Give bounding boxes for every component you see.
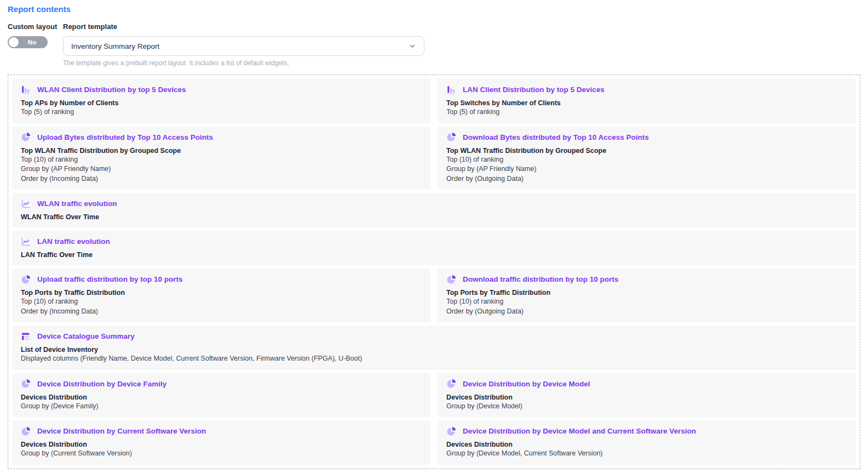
widget-title-link[interactable]: WLAN traffic evolution	[37, 200, 117, 208]
widget-subtitle: Top Ports by Traffic Distribution	[21, 288, 422, 297]
widget-subtitle: WLAN Traffic Over Time	[21, 213, 847, 221]
widget-detail-lines: Top (10) of rankingGroup by (AP Friendly…	[446, 155, 847, 184]
widget-detail-line: Top (10) of ranking	[21, 155, 422, 165]
widget-subtitle: Devices Distribution	[21, 393, 422, 402]
widget-title-link[interactable]: WLAN Client Distribution by top 5 Device…	[37, 86, 186, 94]
widget-row: Device Catalogue Summary List of Device …	[12, 326, 856, 370]
line-chart-icon	[21, 199, 31, 209]
custom-layout-toggle[interactable]: No	[8, 36, 48, 48]
widget-title-row: WLAN Client Distribution by top 5 Device…	[21, 84, 422, 95]
widget-detail-lines: Displayed columns (Friendly Name, Device…	[21, 354, 847, 364]
report-template-selected-value: Inventory Summary Report	[71, 42, 159, 50]
widget-detail-line: Order by (Outgoing Data)	[446, 174, 847, 184]
widget-subtitle: Devices Distribution	[21, 440, 422, 449]
bar-chart-icon	[21, 85, 31, 95]
widget-row: WLAN traffic evolution WLAN Traffic Over…	[12, 193, 856, 227]
widget-subtitle: Top WLAN Traffic Distribution by Grouped…	[446, 146, 847, 155]
widget-detail-line: Top (10) of ranking	[21, 297, 422, 307]
widget-title-link[interactable]: LAN Client Distribution by top 5 Devices	[463, 86, 605, 94]
report-controls: Custom layout No Report template Invento…	[8, 22, 860, 67]
widget-detail-line: Displayed columns (Friendly Name, Device…	[21, 354, 847, 364]
widget-detail-lines: Top (10) of rankingOrder by (Incoming Da…	[21, 297, 422, 316]
pie-chart-icon	[21, 275, 31, 284]
widget-row: LAN traffic evolution LAN Traffic Over T…	[12, 231, 856, 265]
pie-chart-icon	[446, 426, 456, 436]
widget-title-link[interactable]: Device Distribution by Device Family	[37, 380, 166, 388]
widget-title-link[interactable]: Upload Bytes distributed by Top 10 Acces…	[37, 133, 213, 141]
widget-detail-lines: Group by (Current Software Version)	[21, 449, 422, 459]
bar-chart-icon	[446, 85, 456, 95]
widget-detail-line: Top (10) of ranking	[446, 297, 847, 307]
widget-detail-lines: Top (10) of rankingOrder by (Outgoing Da…	[446, 297, 847, 316]
widget-title-row: Upload Bytes distributed by Top 10 Acces…	[21, 132, 422, 143]
widget-detail-line: Group by (Device Model)	[446, 402, 847, 412]
widget-detail-line: Order by (Incoming Data)	[21, 307, 422, 317]
widget-detail-line: Top (10) of ranking	[446, 155, 847, 165]
widget-row: Device Distribution by Device Family Dev…	[12, 373, 856, 418]
widget-subtitle: Devices Distribution	[446, 440, 847, 449]
widget-card: Device Distribution by Device Model and …	[438, 420, 856, 465]
widget-detail-lines: Group by (Device Family)	[21, 402, 422, 412]
widget-row: WLAN Client Distribution by top 5 Device…	[12, 79, 856, 123]
widget-title-link[interactable]: Device Distribution by Current Software …	[37, 427, 206, 435]
widget-title-row: LAN traffic evolution	[21, 236, 847, 247]
widget-detail-line: Group by (AP Friendly Name)	[446, 164, 847, 174]
pie-chart-icon	[21, 426, 31, 436]
widget-row: Device Distribution by Current Software …	[12, 420, 856, 465]
widget-title-row: WLAN traffic evolution	[21, 198, 847, 209]
widget-subtitle: List of Device Inventory	[21, 345, 847, 354]
widget-title-link[interactable]: LAN traffic evolution	[37, 237, 110, 246]
line-chart-icon	[21, 237, 31, 247]
widget-detail-lines: Group by (Device Model, Current Software…	[446, 449, 847, 459]
widget-detail-lines: Top (5) of ranking	[446, 107, 847, 117]
widget-detail-lines: Top (10) of rankingGroup by (AP Friendly…	[21, 155, 422, 184]
widget-title-link[interactable]: Device Distribution by Device Model and …	[463, 427, 696, 435]
widget-title-row: Device Catalogue Summary	[21, 331, 847, 341]
report-template-label: Report template	[63, 22, 424, 31]
widget-title-link[interactable]: Device Distribution by Device Model	[463, 380, 590, 388]
widget-card: WLAN Client Distribution by top 5 Device…	[12, 79, 430, 123]
widget-detail-line: Group by (Device Family)	[21, 402, 422, 412]
widget-title-row: Device Distribution by Device Family	[21, 379, 422, 389]
custom-layout-group: Custom layout No	[8, 22, 63, 67]
widget-subtitle: Top Switches by Number of Clients	[446, 99, 847, 107]
widget-title-row: Device Distribution by Device Model	[446, 379, 847, 389]
widget-title-row: Download Bytes distributed by Top 10 Acc…	[446, 132, 847, 143]
widget-title-row: Device Distribution by Current Software …	[21, 426, 422, 436]
widget-subtitle: LAN Traffic Over Time	[21, 250, 847, 259]
pie-chart-icon	[21, 379, 31, 389]
widget-title-link[interactable]: Download Bytes distributed by Top 10 Acc…	[463, 133, 649, 141]
toggle-knob-icon	[9, 37, 19, 47]
widget-card: Device Catalogue Summary List of Device …	[12, 326, 856, 370]
widget-detail-line: Group by (AP Friendly Name)	[21, 164, 422, 174]
report-template-helper: The template gives a prebuilt report lay…	[63, 59, 424, 67]
widget-card: Device Distribution by Device Model Devi…	[438, 373, 856, 418]
widget-card: Device Distribution by Device Family Dev…	[12, 373, 430, 418]
custom-layout-label: Custom layout	[8, 22, 63, 31]
widget-subtitle: Top APs by Number of Clients	[21, 99, 422, 107]
widget-detail-line: Order by (Incoming Data)	[21, 174, 422, 184]
widget-title-row: LAN Client Distribution by top 5 Devices	[446, 84, 847, 95]
widget-subtitle: Top Ports by Traffic Distribution	[446, 288, 847, 297]
widget-row: Upload Bytes distributed by Top 10 Acces…	[12, 127, 856, 190]
widget-title-link[interactable]: Device Catalogue Summary	[37, 332, 135, 340]
widget-card: Upload traffic distribution by top 10 po…	[12, 269, 430, 322]
widget-title-row: Download traffic distribution by top 10 …	[446, 274, 847, 284]
widget-card: WLAN traffic evolution WLAN Traffic Over…	[12, 193, 856, 227]
widget-title-row: Device Distribution by Device Model and …	[446, 426, 847, 436]
widget-title-link[interactable]: Download traffic distribution by top 10 …	[463, 275, 618, 283]
widget-title-link[interactable]: Upload traffic distribution by top 10 po…	[37, 275, 183, 283]
table-icon	[21, 332, 31, 341]
widget-detail-line: Top (5) of ranking	[446, 107, 847, 117]
widget-card: LAN Client Distribution by top 5 Devices…	[438, 79, 856, 123]
widget-card: Download Bytes distributed by Top 10 Acc…	[438, 127, 856, 190]
widgets-container: WLAN Client Distribution by top 5 Device…	[8, 75, 860, 469]
pie-chart-icon	[21, 132, 31, 142]
widget-card: LAN traffic evolution LAN Traffic Over T…	[12, 231, 856, 265]
widget-detail-lines: Top (5) of ranking	[21, 107, 422, 117]
report-template-group: Report template Inventory Summary Report…	[63, 22, 424, 67]
report-template-select[interactable]: Inventory Summary Report	[63, 36, 424, 56]
widget-card: Upload Bytes distributed by Top 10 Acces…	[12, 127, 430, 190]
widget-card: Download traffic distribution by top 10 …	[438, 269, 856, 322]
widget-detail-line: Group by (Current Software Version)	[21, 449, 422, 459]
